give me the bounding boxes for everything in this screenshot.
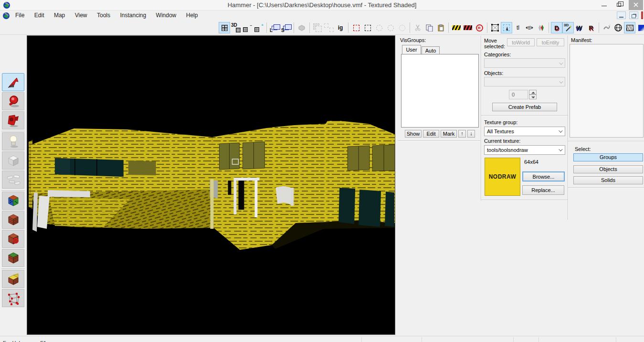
menu-tools[interactable]: Tools (93, 11, 114, 20)
select-touching-icon[interactable] (373, 22, 385, 33)
sound-browser-icon[interactable] (601, 22, 612, 33)
group-icon[interactable] (312, 22, 323, 33)
hatch-pattern-icon[interactable] (624, 22, 635, 33)
visgroups-move-up-button[interactable]: ↑ (458, 130, 466, 138)
categories-combo[interactable] (484, 58, 565, 68)
create-prefab-button[interactable]: Create Prefab (492, 103, 557, 111)
vertex-tool-button[interactable] (2, 289, 24, 307)
select-by-handles-icon[interactable] (396, 22, 408, 33)
entity-tool-button[interactable] (2, 132, 24, 150)
menu-file[interactable]: File (11, 11, 28, 20)
selection-mode-icon[interactable] (489, 22, 501, 33)
menu-view[interactable]: View (71, 11, 91, 20)
texture-scale-lock-icon[interactable]: tl (524, 22, 535, 33)
count-down-button[interactable] (529, 95, 537, 99)
edit-cordon-bounds-icon[interactable] (350, 22, 362, 33)
select-label: Select: (575, 146, 591, 152)
3d-viewport[interactable] (27, 35, 395, 335)
ungroup-icon[interactable] (323, 22, 335, 33)
carve-icon[interactable] (296, 22, 307, 33)
minimize-button[interactable] (597, 0, 612, 10)
replace-button[interactable]: Replace... (522, 185, 564, 195)
select-groups-button[interactable]: Groups (573, 153, 643, 161)
fade-preview-icon[interactable] (635, 22, 644, 33)
to-entity-button[interactable]: toEntity (537, 38, 564, 46)
selection-tool-icon (5, 75, 21, 89)
mdi-restore-button[interactable] (629, 11, 638, 19)
grid-smaller-icon[interactable]: – (242, 22, 253, 33)
block-tool-button[interactable] (2, 151, 24, 170)
nodraw-house-render (27, 36, 395, 334)
select-objects-button[interactable]: Objects (573, 165, 643, 173)
menu-help[interactable]: Help (182, 11, 202, 20)
globe-icon[interactable] (612, 22, 624, 33)
visgroups-mark-button[interactable]: Mark (441, 130, 457, 138)
magnify-tool-icon (5, 94, 21, 108)
magnify-selection-icon[interactable] (501, 22, 512, 33)
toggle-cordon-icon[interactable] (362, 22, 373, 33)
camera-tool-button[interactable] (2, 111, 24, 129)
browse-button[interactable]: Browse... (522, 171, 565, 182)
paste-icon[interactable] (435, 22, 446, 33)
manifest-list[interactable] (570, 44, 644, 138)
cordon-texture-icon[interactable] (451, 22, 462, 33)
cull-texture-icon[interactable] (462, 22, 474, 33)
texture-application-tool-button[interactable] (2, 192, 24, 210)
menu-instancing[interactable]: Instancing (116, 11, 150, 20)
prefab-count-field[interactable]: 0 (509, 90, 528, 99)
objects-combo[interactable] (484, 77, 565, 86)
3d-grid-icon[interactable]: 3D (230, 22, 242, 33)
menu-edit[interactable]: Edit (31, 11, 48, 20)
visgroups-move-down-button[interactable]: ↓ (467, 130, 475, 138)
visgroups-label: VisGroups: (400, 37, 426, 43)
tool-3d-wand-icon[interactable]: 3D (562, 22, 574, 33)
overlay-tool-icon (5, 251, 21, 265)
count-up-button[interactable] (529, 90, 537, 95)
current-texture-label: Current texture: (484, 138, 520, 144)
apply-current-texture-button[interactable] (2, 211, 24, 229)
menu-bar: File Edit Map View Tools Instancing Wind… (0, 11, 644, 21)
cut-icon[interactable] (412, 22, 423, 33)
tool-palette (0, 35, 26, 336)
flip-faces-icon[interactable] (535, 22, 547, 33)
clipping-tool-button[interactable] (2, 270, 24, 288)
tool-letter-w-icon[interactable]: W (574, 22, 585, 33)
status-bar: For Help, press F1 (0, 336, 644, 342)
menu-window[interactable]: Window (152, 11, 180, 20)
overlay-tool-button[interactable] (2, 249, 24, 267)
visgroups-tab-auto[interactable]: Auto (422, 46, 440, 54)
texture-group-label: Texture group: (484, 119, 517, 125)
select-solids-button[interactable]: Solids (573, 176, 643, 184)
visgroups-show-button[interactable]: Show (405, 130, 422, 138)
save-window-state-icon[interactable]: S (280, 22, 292, 33)
texture-preview-swatch[interactable]: NODRAW (485, 158, 520, 196)
menu-map[interactable]: Map (50, 11, 69, 20)
select-inside-icon[interactable] (385, 22, 396, 33)
current-texture-combo[interactable]: tools/toolsnodraw (484, 145, 565, 155)
categories-label: Categories: (484, 52, 511, 57)
mdi-minimize-button[interactable] (617, 11, 626, 19)
selection-tool-button[interactable] (2, 73, 24, 91)
snap-to-grid-icon[interactable] (219, 22, 230, 33)
radius-culling-icon[interactable]: R (474, 22, 485, 33)
visgroups-list[interactable] (401, 54, 479, 128)
texture-group-combo[interactable]: All Textures (484, 127, 565, 136)
tool-letter-d-icon[interactable]: D (551, 22, 562, 33)
apply-decals-button[interactable] (2, 230, 24, 248)
texture-lock-icon[interactable]: tl (512, 22, 524, 33)
visgroups-edit-button[interactable]: Edit (423, 130, 439, 138)
to-world-button[interactable]: toWorld (507, 38, 535, 46)
ignore-groups-icon[interactable]: ig (335, 22, 346, 33)
texture-application-tool-icon (5, 193, 21, 208)
restore-button[interactable] (612, 0, 627, 10)
decal-tool-button[interactable] (2, 171, 24, 189)
visgroups-tab-user[interactable]: User (402, 45, 421, 54)
mdi-close-button[interactable] (641, 11, 643, 19)
tool-letter-r-icon[interactable]: R (585, 22, 597, 33)
block-tool-icon (5, 153, 21, 168)
magnify-tool-button[interactable] (2, 92, 24, 110)
load-window-state-icon[interactable]: L (269, 22, 280, 33)
grid-larger-icon[interactable]: + (253, 22, 264, 33)
copy-icon[interactable] (423, 22, 435, 33)
close-button[interactable] (629, 0, 643, 10)
